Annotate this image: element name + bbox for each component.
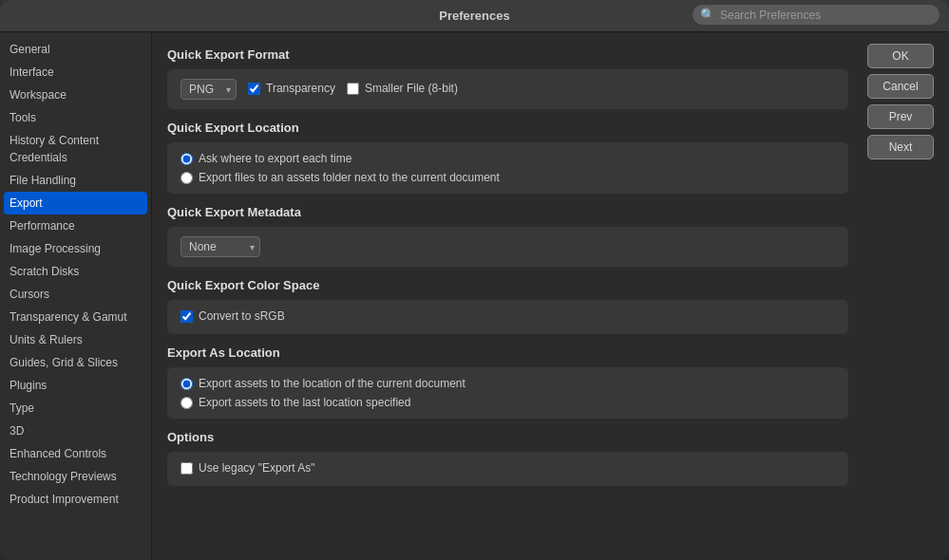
quick-export-metadata-header: Quick Export Metadata bbox=[167, 205, 848, 219]
radio-assets-last-row: Export assets to the last location speci… bbox=[180, 396, 835, 409]
smaller-file-checkbox[interactable] bbox=[347, 83, 359, 95]
sidebar-item-guides[interactable]: Guides, Grid & Slices bbox=[0, 351, 151, 374]
search-input[interactable] bbox=[720, 9, 910, 22]
convert-srgb-checkbox[interactable] bbox=[180, 310, 193, 323]
sidebar-item-image-processing[interactable]: Image Processing bbox=[0, 237, 151, 260]
sidebar-item-enhanced-controls[interactable]: Enhanced Controls bbox=[0, 442, 151, 465]
preferences-dialog: Preferences 🔍 General Interface Workspac… bbox=[0, 0, 949, 560]
assets-last-radio[interactable] bbox=[180, 397, 193, 409]
format-select[interactable]: PNG JPG GIF SVG bbox=[180, 79, 237, 100]
sidebar-item-units[interactable]: Units & Rulers bbox=[0, 328, 151, 351]
content-area: Quick Export Format PNG JPG GIF SVG ▾ bbox=[152, 32, 949, 560]
sidebar: General Interface Workspace Tools Histor… bbox=[0, 32, 152, 560]
sidebar-item-export[interactable]: Export bbox=[4, 192, 147, 215]
sidebar-item-workspace[interactable]: Workspace bbox=[0, 84, 151, 106]
sidebar-item-3d[interactable]: 3D bbox=[0, 420, 151, 442]
folder-label[interactable]: Export files to an assets folder next to… bbox=[199, 171, 500, 184]
legacy-export-checkbox[interactable] bbox=[180, 462, 193, 475]
metadata-select-wrap[interactable]: None Copyright All ▾ bbox=[180, 236, 260, 257]
transparency-label[interactable]: Transparency bbox=[266, 82, 335, 95]
assets-current-radio[interactable] bbox=[180, 378, 193, 390]
sidebar-item-general[interactable]: General bbox=[0, 38, 151, 61]
options-header: Options bbox=[167, 430, 848, 444]
sidebar-item-plugins[interactable]: Plugins bbox=[0, 374, 151, 397]
main-panel: Quick Export Format PNG JPG GIF SVG ▾ bbox=[152, 32, 864, 560]
legacy-export-label[interactable]: Use legacy "Export As" bbox=[199, 461, 315, 475]
sidebar-item-type[interactable]: Type bbox=[0, 397, 151, 420]
radio-assets-current-row: Export assets to the location of the cur… bbox=[180, 377, 835, 390]
sidebar-item-file-handling[interactable]: File Handling bbox=[0, 169, 151, 192]
sidebar-item-interface[interactable]: Interface bbox=[0, 61, 151, 84]
search-icon: 🔍 bbox=[700, 8, 715, 22]
sidebar-item-scratch-disks[interactable]: Scratch Disks bbox=[0, 260, 151, 283]
next-button[interactable]: Next bbox=[867, 135, 934, 159]
ok-button[interactable]: OK bbox=[867, 44, 934, 68]
search-bar[interactable]: 🔍 bbox=[693, 5, 940, 25]
assets-current-label[interactable]: Export assets to the location of the cur… bbox=[199, 377, 465, 390]
quick-export-location-header: Quick Export Location bbox=[167, 121, 848, 135]
sidebar-item-performance[interactable]: Performance bbox=[0, 215, 151, 237]
options-section: Use legacy "Export As" bbox=[167, 452, 848, 486]
sidebar-item-history[interactable]: History & Content Credentials bbox=[0, 129, 151, 169]
transparency-checkbox-row: Transparency bbox=[248, 82, 335, 95]
sidebar-item-tools[interactable]: Tools bbox=[0, 106, 151, 129]
quick-export-color-space-section: Convert to sRGB bbox=[167, 300, 848, 334]
title-bar: Preferences 🔍 bbox=[0, 0, 949, 32]
quick-export-format-section: PNG JPG GIF SVG ▾ Transparency bbox=[167, 69, 848, 109]
ask-radio[interactable] bbox=[180, 153, 193, 165]
metadata-select[interactable]: None Copyright All bbox=[180, 236, 260, 257]
export-as-location-radio-group: Export assets to the location of the cur… bbox=[180, 377, 835, 409]
quick-export-format-header: Quick Export Format bbox=[167, 47, 848, 62]
main-content: General Interface Workspace Tools Histor… bbox=[0, 32, 949, 560]
sidebar-item-technology-previews[interactable]: Technology Previews bbox=[0, 465, 151, 488]
prev-button[interactable]: Prev bbox=[867, 104, 934, 129]
dialog-title: Preferences bbox=[439, 9, 509, 23]
export-location-radio-group: Ask where to export each time Export fil… bbox=[180, 152, 835, 184]
sidebar-item-product-improvement[interactable]: Product Improvement bbox=[0, 488, 151, 511]
export-as-location-section: Export assets to the location of the cur… bbox=[167, 367, 848, 419]
smaller-file-checkbox-row: Smaller File (8-bit) bbox=[347, 82, 458, 95]
convert-srgb-row: Convert to sRGB bbox=[180, 309, 835, 323]
sidebar-item-cursors[interactable]: Cursors bbox=[0, 283, 151, 306]
cancel-button[interactable]: Cancel bbox=[867, 74, 934, 99]
smaller-file-label[interactable]: Smaller File (8-bit) bbox=[365, 82, 458, 95]
radio-folder-row: Export files to an assets folder next to… bbox=[180, 171, 835, 184]
quick-export-metadata-section: None Copyright All ▾ bbox=[167, 227, 848, 267]
ask-label[interactable]: Ask where to export each time bbox=[199, 152, 351, 165]
convert-srgb-label[interactable]: Convert to sRGB bbox=[199, 309, 285, 323]
actions-panel: OK Cancel Prev Next bbox=[864, 32, 949, 560]
transparency-checkbox[interactable] bbox=[248, 83, 260, 95]
quick-export-location-section: Ask where to export each time Export fil… bbox=[167, 142, 848, 194]
format-select-wrap[interactable]: PNG JPG GIF SVG ▾ bbox=[180, 79, 237, 100]
quick-export-color-space-header: Quick Export Color Space bbox=[167, 278, 848, 292]
folder-radio[interactable] bbox=[180, 172, 193, 184]
legacy-export-row: Use legacy "Export As" bbox=[180, 461, 835, 475]
assets-last-label[interactable]: Export assets to the last location speci… bbox=[199, 396, 410, 409]
radio-ask-row: Ask where to export each time bbox=[180, 152, 835, 165]
sidebar-item-transparency[interactable]: Transparency & Gamut bbox=[0, 306, 151, 328]
quick-export-format-row: PNG JPG GIF SVG ▾ Transparency bbox=[180, 79, 835, 100]
export-as-location-header: Export As Location bbox=[167, 345, 848, 360]
